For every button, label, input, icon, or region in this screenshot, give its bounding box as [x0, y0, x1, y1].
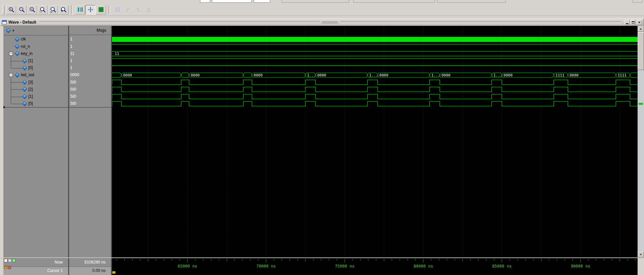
signal-diamond-icon — [22, 80, 27, 85]
edge-fall-button — [133, 5, 143, 14]
signal-row[interactable]: led_out — [3, 71, 68, 79]
svg-text:1111: 1111 — [556, 73, 565, 78]
svg-text:65000 ns: 65000 ns — [178, 264, 197, 269]
wave-trace-5: 0000000000001...00001...00001...00001...… — [112, 73, 638, 78]
wave-trace-0 — [112, 37, 638, 42]
zoom-range-icon — [50, 6, 56, 13]
zoom-range-button[interactable] — [48, 5, 58, 14]
scrollbar-thumb[interactable] — [638, 32, 644, 70]
timeline[interactable]: 65000 ns70000 ns75000 ns80000 ns85000 ns… — [112, 258, 638, 275]
tree-connector — [11, 56, 11, 68]
region-button — [112, 5, 122, 14]
svg-text:1...: 1... — [307, 73, 316, 78]
signal-value-row: 1 — [69, 57, 111, 64]
signal-value: St0 — [69, 100, 76, 107]
signal-value: 1 — [69, 36, 73, 43]
msgs-header: Msgs — [69, 26, 111, 35]
collapse-toggle[interactable] — [9, 52, 13, 56]
grid-region-button[interactable] — [96, 5, 106, 14]
signal-value: St0 — [69, 93, 76, 100]
cursor-pair-icon — [77, 6, 83, 13]
group-diamond-icon[interactable] — [6, 28, 11, 33]
signal-row[interactable]: clk — [3, 36, 68, 43]
signal-value: 1 — [69, 43, 73, 50]
names-header: ▼ — [3, 26, 68, 35]
cursor-flag[interactable] — [112, 271, 115, 274]
signal-value: 1 — [69, 57, 73, 64]
minimize-icon — [626, 23, 628, 24]
zoom-out-icon — [19, 6, 25, 13]
svg-text:80000 ns: 80000 ns — [414, 264, 433, 269]
zoom-in-button[interactable] — [6, 5, 16, 14]
zoom-mode-icon — [39, 6, 46, 13]
footer-names: Now Cursor 1 — [3, 258, 68, 275]
tree-connector — [11, 82, 22, 83]
tree-connector — [11, 77, 11, 104]
signal-value: St0 — [69, 86, 76, 93]
collapse-toggle[interactable] — [9, 73, 13, 77]
svg-text:1111: 1111 — [618, 73, 627, 78]
close-icon: × — [638, 21, 640, 24]
titlebar-grip-handle[interactable] — [322, 21, 338, 24]
maximize-button[interactable] — [631, 20, 636, 25]
clipped-combo-fragment — [200, 0, 210, 3]
region-icon — [114, 6, 121, 13]
edge-rise-button — [123, 5, 133, 14]
signal-diamond-icon — [15, 51, 20, 56]
now-value: 8106280 ns — [69, 258, 111, 267]
clipped-combo-fragment — [212, 0, 252, 3]
edge-pulse-button — [144, 5, 154, 14]
scroll-up-button[interactable]: ▲ — [638, 26, 644, 32]
clipped-toolbar-fragment — [633, 0, 643, 3]
svg-text:0000: 0000 — [442, 73, 451, 78]
svg-text:0000: 0000 — [504, 73, 513, 78]
signal-value: 11 — [69, 50, 74, 57]
wave-background — [112, 26, 638, 257]
wave-toolbar — [0, 3, 644, 17]
svg-text:1...: 1... — [431, 73, 440, 78]
zoom-full-button[interactable] — [27, 5, 37, 14]
signal-name: [1] — [28, 93, 33, 100]
cursor-pair-button[interactable] — [75, 5, 85, 14]
signal-value: 1 — [69, 64, 73, 71]
zoom-mode-button[interactable] — [37, 5, 48, 14]
toolbar-grip-handle[interactable] — [3, 5, 4, 14]
signal-row[interactable]: key_in — [3, 50, 68, 57]
svg-text:70000 ns: 70000 ns — [256, 264, 276, 269]
signal-name: rst_n — [21, 43, 30, 50]
wave-titlebar[interactable]: Wave - Default × — [0, 19, 644, 26]
scroll-down-button[interactable]: ▼ — [638, 252, 644, 257]
waveform-area[interactable]: 110000000000001...00001...00001...00001.… — [112, 26, 638, 257]
timeline-canvas[interactable]: 65000 ns70000 ns75000 ns80000 ns85000 ns… — [112, 258, 638, 275]
window-margin — [0, 26, 3, 275]
clipped-combo-fragment — [254, 0, 270, 3]
cursor-label[interactable]: Cursor 1 — [3, 267, 68, 275]
minimize-button[interactable] — [624, 20, 630, 25]
signal-diamond-icon — [22, 87, 27, 92]
signal-value-row: 0000 — [69, 71, 111, 79]
signal-diamond-icon — [22, 101, 27, 106]
close-button[interactable]: × — [637, 20, 642, 25]
signal-value-row: St0 — [69, 93, 111, 100]
zoom-cursor-button[interactable] — [58, 5, 68, 14]
signal-names-panel: ▼ clkrst_nkey_in[1][0]led_out[3][2][1][0… — [3, 26, 68, 257]
signal-name: led_out — [21, 71, 34, 79]
svg-text:0000: 0000 — [123, 73, 132, 78]
zoom-out-button[interactable] — [17, 5, 27, 14]
signal-diamond-icon — [22, 58, 27, 63]
vertical-scrollbar[interactable]: ▲ ▼ — [638, 26, 644, 257]
svg-text:0000: 0000 — [570, 73, 579, 78]
svg-text:85000 ns: 85000 ns — [492, 264, 512, 269]
svg-text:75000 ns: 75000 ns — [335, 264, 355, 269]
signal-name: [2] — [28, 86, 33, 93]
signal-diamond-icon — [15, 44, 20, 49]
svg-text:0000: 0000 — [254, 73, 263, 78]
grid-region-icon — [98, 6, 104, 13]
titlebar-sash — [39, 21, 319, 23]
dropdown-arrow-icon[interactable]: ▼ — [12, 29, 15, 32]
waveform-canvas[interactable]: 110000000000001...00001...00001...00001.… — [112, 26, 638, 257]
signal-name: [0] — [28, 100, 33, 107]
cursor-line-button[interactable] — [85, 5, 95, 14]
svg-text:90000 ns: 90000 ns — [571, 264, 590, 269]
signal-row[interactable]: rst_n — [3, 43, 68, 50]
